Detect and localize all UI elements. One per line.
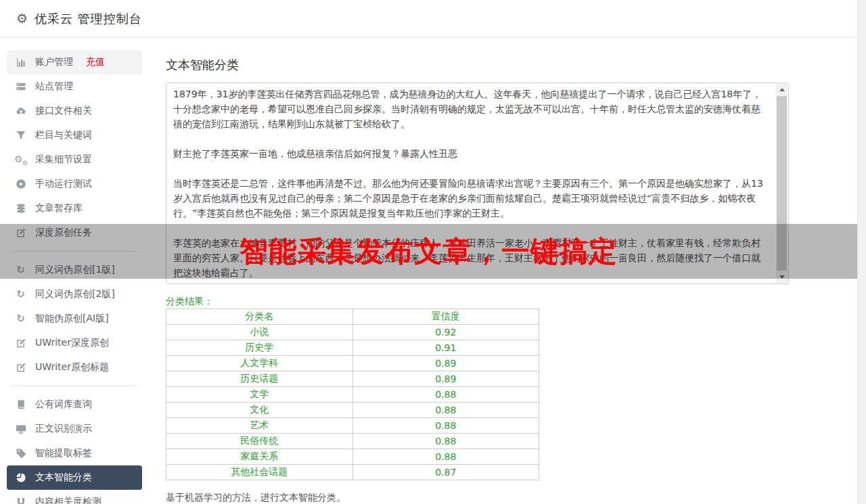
table-row: 小说0.92 bbox=[166, 325, 539, 340]
table-row: 家庭关系0.88 bbox=[166, 449, 539, 465]
column-header-category: 分类名 bbox=[166, 309, 353, 325]
sidebar-item-label: 账户管理 bbox=[35, 56, 73, 68]
gear-icon: ⚙ bbox=[16, 12, 28, 25]
sidebar-item-synonym-rewrite-v2[interactable]: ↻ 同义词伪原创[2版] bbox=[7, 282, 142, 306]
table-row: 历史话题0.89 bbox=[166, 371, 539, 387]
page-scrollbar[interactable] bbox=[857, 0, 866, 504]
edit-icon bbox=[15, 362, 26, 373]
refresh-icon: ↻ bbox=[15, 313, 26, 325]
table-row: 历史学0.91 bbox=[166, 340, 539, 356]
sidebar-item-body-recognition-demo[interactable]: 正文识别演示 bbox=[7, 417, 142, 441]
sidebar-item-label: 接口文件相关 bbox=[35, 105, 92, 117]
table-row: 文学0.88 bbox=[166, 387, 539, 403]
top-header: ⚙ 优采云 管理控制台 bbox=[0, 0, 866, 38]
sidebar-item-label: 站点管理 bbox=[35, 81, 73, 93]
confidence-cell: 0.88 bbox=[352, 449, 539, 465]
confidence-cell: 0.89 bbox=[352, 356, 539, 371]
bar-chart-icon bbox=[15, 57, 26, 68]
edit-icon bbox=[15, 338, 26, 349]
scroll-up-button[interactable] bbox=[776, 84, 788, 95]
sidebar-item-text-classification[interactable]: 文本智能分类 bbox=[7, 465, 142, 490]
watermark-band: 智能采集发布文章，一键搞定 bbox=[0, 224, 857, 279]
sidebar-item-manual-run-test[interactable]: 手动运行测试 bbox=[7, 172, 142, 196]
filter-icon bbox=[15, 130, 26, 141]
sidebar-item-label: 内容相关度检测 bbox=[35, 496, 101, 504]
table-row: 艺术0.88 bbox=[166, 418, 539, 434]
category-cell: 家庭关系 bbox=[166, 449, 353, 465]
sidebar-item-interface-files[interactable]: 接口文件相关 bbox=[7, 99, 142, 123]
column-header-confidence: 置信度 bbox=[352, 309, 539, 325]
recharge-badge[interactable]: 充值 bbox=[86, 56, 105, 68]
category-cell: 人文学科 bbox=[166, 356, 353, 371]
pie-chart-icon bbox=[15, 472, 26, 484]
sidebar-item-label: 文本智能分类 bbox=[35, 472, 92, 484]
app-title: 优采云 管理控制台 bbox=[35, 11, 142, 27]
monitor-icon bbox=[15, 423, 26, 435]
play-circle-icon bbox=[15, 179, 26, 190]
sidebar-item-article-staging[interactable]: 文章暂存库 bbox=[7, 196, 142, 221]
sidebar-item-label: 栏目与关键词 bbox=[35, 129, 92, 141]
table-row: 其他社会话题0.87 bbox=[166, 465, 539, 480]
table-row: 人文学科0.89 bbox=[166, 356, 539, 371]
category-cell: 历史话题 bbox=[166, 371, 353, 387]
classification-results-table: 分类名 置信度 小说0.92 历史学0.91 人文学科0.89 历史话题0.89… bbox=[166, 308, 539, 480]
server-stack-icon bbox=[15, 81, 26, 93]
sidebar-item-ai-rewrite[interactable]: ↻ 智能伪原创[AI版] bbox=[7, 306, 142, 331]
category-cell: 其他社会话题 bbox=[166, 465, 353, 480]
sidebar-item-label: 同义词伪原创[2版] bbox=[35, 288, 115, 300]
confidence-cell: 0.88 bbox=[352, 418, 539, 434]
sidebar-item-label: UWriter深度原创 bbox=[35, 337, 109, 349]
category-cell: 历史学 bbox=[166, 340, 353, 356]
sidebar-item-label: 采集细节设置 bbox=[35, 154, 92, 166]
category-cell: 文化 bbox=[166, 403, 353, 418]
arrow-up-icon bbox=[779, 88, 785, 91]
confidence-cell: 0.89 bbox=[352, 371, 539, 387]
footer-note: 基于机器学习的方法，进行文本智能分类。 bbox=[166, 492, 346, 504]
cloud-upload-icon bbox=[15, 106, 26, 117]
sidebar-item-label: UWriter原创标题 bbox=[35, 361, 109, 373]
category-cell: 文学 bbox=[166, 387, 353, 403]
database-icon bbox=[15, 203, 26, 214]
sidebar-item-collection-settings[interactable]: ⚙⚙ 采集细节设置 bbox=[7, 147, 142, 172]
refresh-icon: ↻ bbox=[15, 289, 26, 300]
tag-icon bbox=[15, 448, 26, 459]
gears-icon: ⚙⚙ bbox=[15, 154, 26, 166]
watermark-text: 智能采集发布文章，一键搞定 bbox=[240, 233, 618, 271]
app-window: ⚙ 优采云 管理控制台 账户管理 充值 站点管理 接口文件相关 bbox=[0, 0, 866, 504]
confidence-cell: 0.91 bbox=[352, 340, 539, 356]
confidence-cell: 0.92 bbox=[352, 325, 539, 340]
table-header-row: 分类名 置信度 bbox=[166, 309, 539, 325]
sidebar-item-label: 智能提取标签 bbox=[35, 447, 92, 459]
category-cell: 民俗传统 bbox=[166, 434, 353, 449]
sidebar-item-account[interactable]: 账户管理 充值 bbox=[7, 50, 142, 74]
category-cell: 小说 bbox=[166, 325, 353, 340]
confidence-cell: 0.88 bbox=[352, 387, 539, 403]
page-title: 文本智能分类 bbox=[166, 57, 239, 73]
results-label: 分类结果： bbox=[166, 296, 213, 308]
sidebar-item-columns-keywords[interactable]: 栏目与关键词 bbox=[7, 123, 142, 147]
confidence-cell: 0.88 bbox=[352, 403, 539, 418]
sidebar-item-public-lexicon[interactable]: 公有词库查询 bbox=[7, 392, 142, 417]
sidebar-item-label: 手动运行测试 bbox=[35, 178, 92, 190]
sidebar-item-uwriter-deep-original[interactable]: UWriter深度原创 bbox=[7, 331, 142, 355]
sidebar-item-label: 文章暂存库 bbox=[35, 202, 83, 214]
sidebar-item-sites[interactable]: 站点管理 bbox=[7, 74, 142, 99]
sidebar-item-label: 正文识别演示 bbox=[35, 423, 92, 435]
table-row: 文化0.88 bbox=[166, 403, 539, 418]
magnet-icon bbox=[15, 497, 26, 504]
sidebar-divider bbox=[12, 386, 137, 386]
sidebar-item-label: 智能伪原创[AI版] bbox=[35, 313, 109, 325]
book-icon bbox=[15, 399, 26, 411]
sidebar-item-smart-tag-extraction[interactable]: 智能提取标签 bbox=[7, 441, 142, 465]
table-row: 民俗传统0.88 bbox=[166, 434, 539, 449]
confidence-cell: 0.87 bbox=[352, 465, 539, 480]
category-cell: 艺术 bbox=[166, 418, 353, 434]
sidebar-item-uwriter-original-title[interactable]: UWriter原创标题 bbox=[7, 355, 142, 380]
confidence-cell: 0.88 bbox=[352, 434, 539, 449]
sidebar-item-label: 公有词库查询 bbox=[35, 398, 92, 411]
sidebar-item-content-relevance[interactable]: 内容相关度检测 bbox=[7, 490, 142, 504]
